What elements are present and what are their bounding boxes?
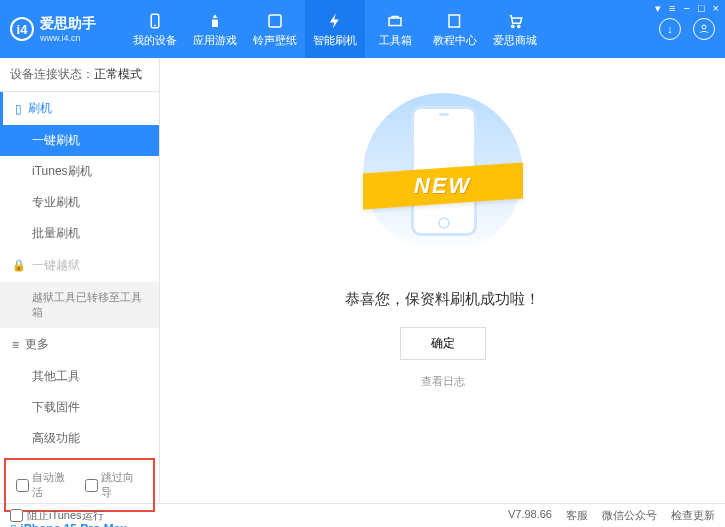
svg-rect-3	[389, 18, 401, 26]
sidebar-item-advanced[interactable]: 高级功能	[0, 423, 159, 454]
sidebar-item-itunes[interactable]: iTunes刷机	[0, 156, 159, 187]
sidebar-section-jailbreak[interactable]: 🔒 一键越狱	[0, 249, 159, 282]
device-status: 设备连接状态：正常模式	[0, 58, 159, 92]
settings-icon[interactable]: ≡	[669, 2, 675, 15]
auto-activate-checkbox[interactable]: 自动激活	[16, 470, 75, 500]
logo: i4 爱思助手 www.i4.cn	[10, 15, 125, 43]
phone-icon: ▯	[15, 102, 22, 116]
sidebar: 设备连接状态：正常模式 ▯ 刷机 一键刷机 iTunes刷机 专业刷机 批量刷机…	[0, 58, 160, 503]
nav-store[interactable]: 爱思商城	[485, 0, 545, 58]
list-icon: ≡	[12, 338, 19, 352]
cart-icon	[505, 11, 525, 31]
top-nav: 我的设备 应用游戏 铃声壁纸 智能刷机 工具箱 教程中心 爱思商城	[125, 0, 545, 58]
footer-support[interactable]: 客服	[566, 508, 588, 523]
nav-apps[interactable]: 应用游戏	[185, 0, 245, 58]
success-message: 恭喜您，保资料刷机成功啦！	[345, 290, 540, 309]
view-log-link[interactable]: 查看日志	[421, 374, 465, 389]
footer-update[interactable]: 检查更新	[671, 508, 715, 523]
user-icon[interactable]	[693, 18, 715, 40]
sidebar-jailbreak-note[interactable]: 越狱工具已转移至工具箱	[0, 282, 159, 328]
book-icon	[445, 11, 465, 31]
version-label: V7.98.66	[508, 508, 552, 523]
nav-ringtones[interactable]: 铃声壁纸	[245, 0, 305, 58]
minimize-icon[interactable]: −	[683, 2, 689, 15]
device-icon	[145, 11, 165, 31]
nav-flash[interactable]: 智能刷机	[305, 0, 365, 58]
close-icon[interactable]: ×	[713, 2, 719, 15]
svg-point-5	[518, 25, 520, 27]
footer-wechat[interactable]: 微信公众号	[602, 508, 657, 523]
sidebar-item-othertools[interactable]: 其他工具	[0, 361, 159, 392]
skip-guide-checkbox[interactable]: 跳过向导	[85, 470, 144, 500]
wallpaper-icon	[265, 11, 285, 31]
app-header: i4 爱思助手 www.i4.cn 我的设备 应用游戏 铃声壁纸 智能刷机 工具…	[0, 0, 725, 58]
sidebar-item-pro[interactable]: 专业刷机	[0, 187, 159, 218]
toolbox-icon	[385, 11, 405, 31]
sidebar-section-flash[interactable]: ▯ 刷机	[0, 92, 159, 125]
success-illustration: NEW	[343, 88, 543, 268]
download-icon[interactable]: ↓	[659, 18, 681, 40]
svg-rect-2	[269, 15, 281, 27]
window-controls: ▾ ≡ − □ ×	[655, 2, 719, 15]
apps-icon	[205, 11, 225, 31]
sidebar-item-download-fw[interactable]: 下载固件	[0, 392, 159, 423]
options-row: 自动激活 跳过向导	[4, 458, 155, 512]
main-panel: NEW 恭喜您，保资料刷机成功啦！ 确定 查看日志	[160, 58, 725, 503]
nav-my-device[interactable]: 我的设备	[125, 0, 185, 58]
maximize-icon[interactable]: □	[698, 2, 705, 15]
lock-icon: 🔒	[12, 259, 26, 272]
logo-icon: i4	[10, 17, 34, 41]
sidebar-item-batch[interactable]: 批量刷机	[0, 218, 159, 249]
svg-point-6	[702, 25, 706, 29]
app-title: 爱思助手	[40, 15, 96, 33]
app-url: www.i4.cn	[40, 33, 96, 43]
menu-icon[interactable]: ▾	[655, 2, 661, 15]
nav-tutorials[interactable]: 教程中心	[425, 0, 485, 58]
sidebar-section-more[interactable]: ≡ 更多	[0, 328, 159, 361]
confirm-button[interactable]: 确定	[400, 327, 486, 360]
nav-toolbox[interactable]: 工具箱	[365, 0, 425, 58]
block-itunes-checkbox[interactable]: 阻止iTunes运行	[10, 508, 104, 523]
svg-point-4	[512, 25, 514, 27]
flash-icon	[325, 11, 345, 31]
sidebar-item-oneclick[interactable]: 一键刷机	[0, 125, 159, 156]
